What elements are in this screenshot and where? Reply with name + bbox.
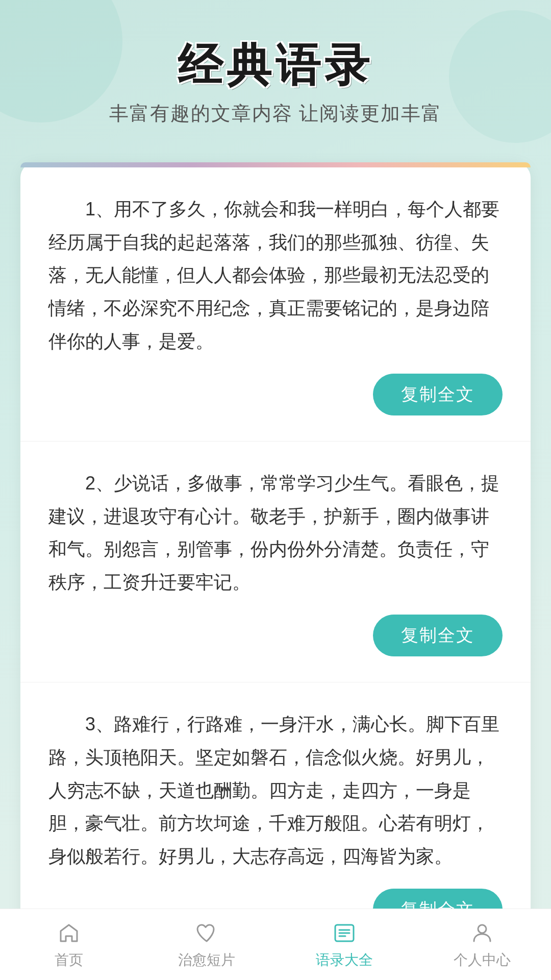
quote-item-2: 2、少说话，多做事，常常学习少生气。看眼色，提建议，进退攻守有心计。敬老手，护新…: [20, 442, 531, 682]
nav-label-quotes: 语录大全: [316, 950, 373, 970]
quote-text-1: 1、用不了多久，你就会和我一样明白，每个人都要经历属于自我的起起落落，我们的那些…: [48, 193, 503, 358]
nav-label-home: 首页: [55, 950, 83, 970]
quotes-icon: [331, 920, 358, 946]
nav-item-profile[interactable]: 个人中心: [436, 920, 528, 970]
header: 经典语录 丰富有趣的文章内容 让阅读更加丰富: [0, 0, 551, 137]
content-card: 1、用不了多久，你就会和我一样明白，每个人都要经历属于自我的起起落落，我们的那些…: [20, 162, 531, 980]
bottom-navigation: 首页 治愈短片 语录大全 个人中心: [0, 909, 551, 980]
nav-label-shorts: 治愈短片: [178, 950, 235, 970]
card-top-border: [20, 162, 531, 167]
page-subtitle: 丰富有趣的文章内容 让阅读更加丰富: [20, 101, 531, 127]
quote-text-2: 2、少说话，多做事，常常学习少生气。看眼色，提建议，进退攻守有心计。敬老手，护新…: [48, 467, 503, 599]
nav-label-profile: 个人中心: [454, 950, 511, 970]
copy-button-2[interactable]: 复制全文: [373, 615, 503, 656]
heart-icon: [193, 920, 220, 946]
quote-item-1: 1、用不了多久，你就会和我一样明白，每个人都要经历属于自我的起起落落，我们的那些…: [20, 167, 531, 442]
nav-item-shorts[interactable]: 治愈短片: [161, 920, 253, 970]
quote-text-3: 3、路难行，行路难，一身汗水，满心长。脚下百里路，头顶艳阳天。坚定如磐石，信念似…: [48, 708, 503, 873]
profile-icon: [469, 920, 495, 946]
copy-button-1[interactable]: 复制全文: [373, 374, 503, 415]
nav-item-home[interactable]: 首页: [23, 920, 115, 970]
page-container: 经典语录 丰富有趣的文章内容 让阅读更加丰富 1、用不了多久，你就会和我一样明白…: [0, 0, 551, 980]
home-icon: [56, 920, 82, 946]
nav-item-quotes[interactable]: 语录大全: [298, 920, 390, 970]
page-title: 经典语录: [20, 41, 531, 90]
svg-point-4: [478, 925, 486, 933]
copy-btn-wrapper-1: 复制全文: [48, 374, 503, 426]
copy-btn-wrapper-2: 复制全文: [48, 615, 503, 667]
